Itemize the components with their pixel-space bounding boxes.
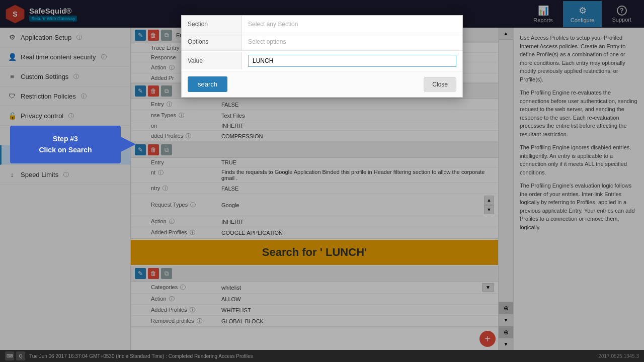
step-tooltip: Step #3 Click on Search bbox=[10, 126, 121, 163]
tooltip-arrow bbox=[121, 137, 136, 152]
close-button[interactable]: Close bbox=[424, 77, 456, 92]
modal-footer: search Close bbox=[182, 71, 462, 97]
modal-section-row: Section Select any Section bbox=[182, 16, 462, 33]
value-input[interactable] bbox=[248, 55, 456, 67]
search-button[interactable]: search bbox=[188, 76, 227, 92]
value-input-wrapper bbox=[242, 51, 462, 71]
modal-value-row: Value bbox=[182, 51, 462, 71]
options-value: Select options bbox=[242, 34, 462, 49]
modal-options-row: Options Select options bbox=[182, 33, 462, 51]
modal-overlay: Section Select any Section Options Selec… bbox=[0, 0, 644, 362]
section-value: Select any Section bbox=[242, 17, 462, 32]
step-number: Step #3 bbox=[20, 133, 111, 144]
value-label: Value bbox=[182, 52, 242, 69]
search-modal: Section Select any Section Options Selec… bbox=[181, 15, 463, 98]
options-label: Options bbox=[182, 33, 242, 50]
section-label: Section bbox=[182, 16, 242, 33]
step-action: Click on Search bbox=[20, 144, 111, 155]
